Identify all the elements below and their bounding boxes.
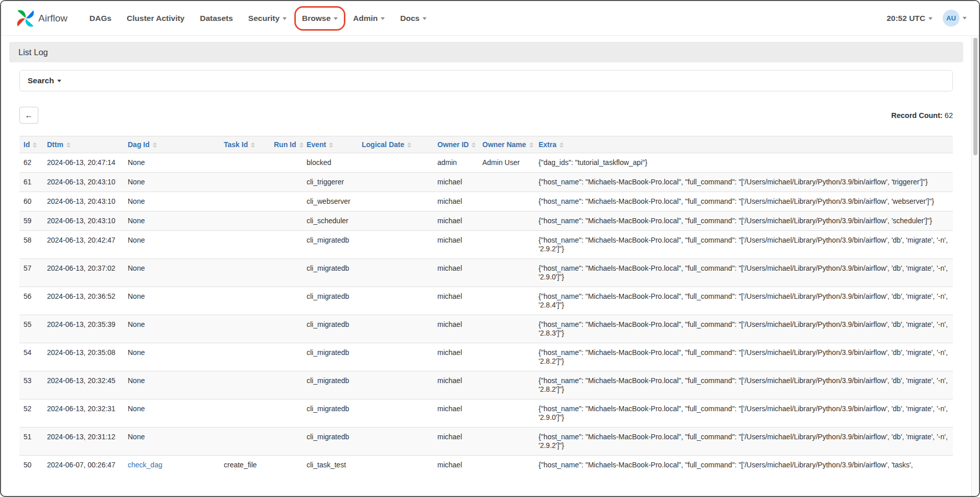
cell-extra: {"host_name": "Michaels-MacBook-Pro.loca… — [534, 287, 953, 315]
utc-clock-dropdown[interactable]: 20:52 UTC — [886, 14, 932, 23]
dag-id-link[interactable]: check_dag — [128, 461, 162, 469]
column-header-dag-id[interactable]: Dag Id — [124, 136, 220, 153]
chevron-down-icon — [928, 17, 932, 20]
cell-logical-date — [358, 153, 433, 173]
cell-id: 54 — [19, 343, 43, 371]
cell-run-id — [270, 173, 302, 192]
cell-extra: {"host_name": "Michaels-MacBook-Pro.loca… — [534, 211, 953, 231]
column-header-event[interactable]: Event — [302, 136, 358, 153]
chevron-down-icon — [334, 17, 338, 20]
sort-icon — [66, 143, 71, 148]
chevron-down-icon — [963, 17, 967, 19]
sort-icon — [251, 143, 255, 148]
cell-dttm: 2024-06-13, 20:35:08 — [43, 343, 124, 371]
nav-item-browse[interactable]: Browse — [294, 9, 345, 28]
cell-event: cli_migratedb — [302, 315, 358, 343]
column-header-logical-date[interactable]: Logical Date — [358, 136, 433, 153]
cell-task-id — [220, 399, 270, 428]
back-button[interactable]: ← — [19, 107, 38, 124]
airflow-brand[interactable]: Airflow — [16, 9, 67, 28]
cell-logical-date — [358, 343, 433, 371]
sort-icon — [33, 143, 37, 148]
cell-run-id — [270, 259, 302, 287]
nav-item-datasets[interactable]: Datasets — [192, 9, 241, 28]
column-header-owner-id[interactable]: Owner ID — [433, 136, 478, 153]
cell-logical-date — [358, 456, 433, 475]
cell-task-id — [220, 192, 270, 211]
column-header-owner-name[interactable]: Owner Name — [478, 136, 534, 153]
nav-item-docs[interactable]: Docs — [392, 9, 434, 28]
cell-owner-id: michael — [433, 287, 478, 315]
cell-id: 59 — [19, 211, 43, 231]
airflow-logo-icon — [16, 9, 35, 28]
log-table-row: 622024-06-13, 20:47:14NoneblockedadminAd… — [19, 153, 953, 173]
nav-item-cluster-activity[interactable]: Cluster Activity — [119, 9, 192, 28]
cell-event: cli_migratedb — [302, 231, 358, 259]
nav-item-dags[interactable]: DAGs — [82, 9, 119, 28]
user-menu[interactable]: AU — [943, 10, 967, 27]
log-table-row: 522024-06-13, 20:32:31Nonecli_migratedbm… — [19, 399, 953, 428]
cell-owner-id: michael — [433, 231, 478, 259]
nav-item-admin[interactable]: Admin — [345, 9, 392, 28]
cell-id: 52 — [19, 399, 43, 428]
cell-run-id — [270, 153, 302, 173]
cell-owner-name — [478, 428, 534, 456]
cell-owner-id: michael — [433, 192, 478, 211]
sort-icon — [472, 143, 476, 148]
cell-event: cli_triggerer — [302, 173, 358, 192]
sort-icon — [153, 143, 157, 148]
column-header-extra[interactable]: Extra — [534, 136, 953, 153]
column-header-label: Id — [24, 140, 30, 149]
sort-icon — [407, 143, 411, 148]
scrollbar[interactable] — [971, 36, 979, 496]
cell-id: 50 — [19, 456, 43, 475]
cell-event: cli_migratedb — [302, 259, 358, 287]
column-header-label: Dag Id — [128, 140, 150, 149]
column-header-label: Run Id — [274, 140, 296, 149]
list-controls: ← Record Count:62 — [19, 107, 953, 124]
sort-icon — [559, 143, 564, 148]
cell-logical-date — [358, 231, 433, 259]
column-header-task-id[interactable]: Task Id — [220, 136, 270, 153]
cell-owner-name — [478, 192, 534, 211]
log-table-row: 502024-06-07, 00:26:47check_dagcreate_fi… — [19, 456, 953, 475]
cell-extra: {"host_name": "Michaels-MacBook-Pro.loca… — [534, 315, 953, 343]
nav-item-label: Admin — [353, 14, 378, 22]
chevron-down-icon — [381, 17, 385, 20]
cell-extra: {"host_name": "Michaels-MacBook-Pro.loca… — [534, 192, 953, 211]
column-header-run-id[interactable]: Run Id — [270, 136, 302, 153]
clock-label: 20:52 UTC — [886, 14, 925, 22]
cell-run-id — [270, 287, 302, 315]
cell-extra: {"host_name": "Michaels-MacBook-Pro.loca… — [534, 173, 953, 192]
cell-dttm: 2024-06-13, 20:37:02 — [43, 259, 124, 287]
log-table-row: 552024-06-13, 20:35:39Nonecli_migratedbm… — [19, 315, 953, 343]
search-panel-toggle[interactable]: Search — [19, 70, 953, 91]
cell-id: 58 — [19, 231, 43, 259]
main-content: List Log Search ← Record Count:62 — [1, 36, 979, 475]
column-header-id[interactable]: Id — [19, 136, 43, 153]
cell-id: 57 — [19, 259, 43, 287]
nav-item-label: Cluster Activity — [127, 14, 184, 22]
cell-dag-id: None — [124, 399, 220, 428]
cell-owner-id: michael — [433, 399, 478, 428]
cell-run-id — [270, 192, 302, 211]
cell-extra: {"host_name": "Michaels-MacBook-Pro.loca… — [534, 371, 953, 399]
cell-owner-name — [478, 343, 534, 371]
cell-dag-id: None — [124, 153, 220, 173]
cell-owner-name — [478, 259, 534, 287]
cell-dttm: 2024-06-13, 20:35:39 — [43, 315, 124, 343]
cell-id: 55 — [19, 315, 43, 343]
cell-task-id — [220, 371, 270, 399]
scrollbar-thumb[interactable] — [973, 38, 977, 155]
browser-window: Airflow DAGsCluster ActivityDatasetsSecu… — [0, 0, 980, 497]
cell-dag-id: None — [124, 192, 220, 211]
cell-run-id — [270, 343, 302, 371]
cell-dag-id: None — [124, 315, 220, 343]
column-header-dttm[interactable]: Dttm — [43, 136, 124, 153]
nav-item-security[interactable]: Security — [241, 9, 294, 28]
avatar: AU — [943, 10, 960, 27]
cell-extra: {"host_name": "Michaels-MacBook-Pro.loca… — [534, 456, 953, 475]
log-table: IdDttmDag IdTask IdRun IdEventLogical Da… — [19, 136, 953, 475]
cell-owner-name: Admin User — [478, 153, 534, 173]
cell-task-id — [220, 231, 270, 259]
